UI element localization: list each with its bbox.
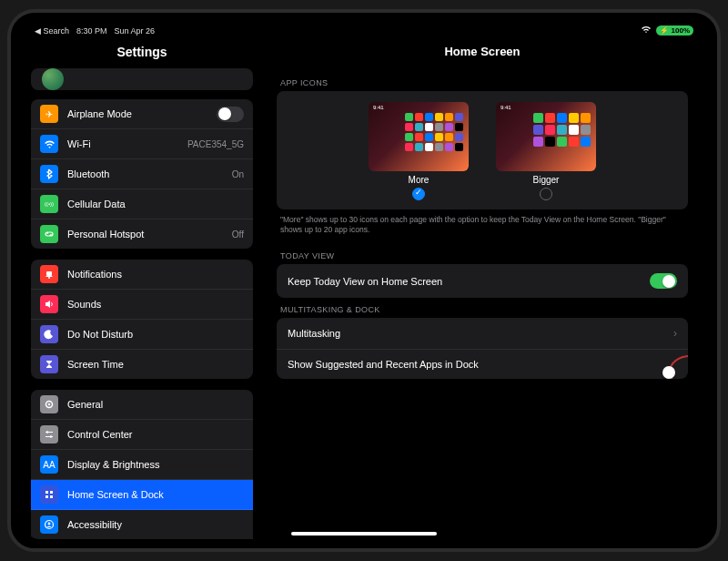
- svg-rect-11: [46, 495, 48, 498]
- svg-rect-1: [46, 276, 53, 277]
- sidebar-item-sounds[interactable]: Sounds: [31, 290, 253, 320]
- sidebar-item-notifications[interactable]: Notifications: [31, 260, 253, 290]
- svg-rect-0: [46, 271, 52, 276]
- wi-fi-value: PACE354_5G: [187, 139, 244, 149]
- sidebar-item-home-screen-dock[interactable]: Home Screen & Dock: [31, 480, 253, 510]
- sidebar-item-label: Airplane Mode: [67, 108, 217, 119]
- cellular-data-icon: ((•)): [40, 195, 58, 213]
- option-radio-more[interactable]: [412, 188, 425, 200]
- screen: ◀ Search 8:30 PM Sun Apr 26 ⚡ 100% Setti…: [24, 22, 704, 539]
- link-icon: [40, 225, 58, 243]
- ipad-frame: ◀ Search 8:30 PM Sun Apr 26 ⚡ 100% Setti…: [7, 9, 721, 552]
- status-bar: ◀ Search 8:30 PM Sun Apr 26 ⚡ 100%: [24, 22, 704, 39]
- chevron-right-icon: ›: [673, 327, 677, 340]
- show-suggested-and-recent-apps-in-dock-label: Show Suggested and Recent Apps in Dock: [288, 359, 479, 370]
- sidebar-item-control-center[interactable]: Control Center: [31, 420, 253, 450]
- sidebar-item-label: Display & Brightness: [67, 459, 244, 470]
- sidebar-item-label: Do Not Disturb: [67, 329, 244, 340]
- sidebar-item-wi-fi[interactable]: Wi-FiPACE354_5G: [31, 129, 253, 159]
- speaker-icon: [40, 295, 58, 313]
- sidebar-item-do-not-disturb[interactable]: Do Not Disturb: [31, 320, 253, 350]
- personal-hotspot-value: Off: [232, 230, 244, 240]
- sidebar-item-display-brightness[interactable]: AADisplay & Brightness: [31, 450, 253, 480]
- avatar-icon: [42, 68, 64, 90]
- hourglass-icon: [40, 355, 58, 373]
- section-header-multitask: MULTITASKING & DOCK: [277, 298, 688, 318]
- app-icons-option-bigger[interactable]: 9:41Bigger: [496, 102, 596, 202]
- sidebar-title: Settings: [24, 39, 260, 68]
- detail-title: Home Screen: [277, 39, 688, 71]
- sidebar-item-label: Personal Hotspot: [67, 229, 232, 240]
- app-icons-option-more[interactable]: 9:41More: [369, 102, 469, 202]
- status-time: 8:30 PM: [76, 26, 107, 36]
- wifi-icon: [641, 26, 652, 36]
- sidebar-item-label: Bluetooth: [67, 168, 232, 179]
- app-icons-helper: "More" shows up to 30 icons on each page…: [277, 209, 688, 244]
- sidebar-item-label: Cellular Data: [67, 199, 244, 209]
- bluetooth-value: On: [232, 169, 244, 179]
- multitasking-label: Multitasking: [288, 328, 340, 339]
- grid-icon: [40, 485, 58, 504]
- airplane-mode-toggle[interactable]: [217, 107, 244, 122]
- sidebar-item-label: Home Screen & Dock: [67, 489, 244, 500]
- profile-row[interactable]: [31, 68, 253, 90]
- home-indicator[interactable]: [291, 532, 437, 536]
- keep-today-view-row[interactable]: Keep Today View on Home Screen: [277, 264, 688, 298]
- airplane-mode-icon: ✈︎: [40, 105, 58, 123]
- moon-icon: [40, 325, 58, 343]
- sidebar-item-screen-time[interactable]: Screen Time: [31, 350, 253, 379]
- keep-today-view-label: Keep Today View on Home Screen: [288, 276, 442, 287]
- show-suggested-and-recent-apps-in-dock-row[interactable]: Show Suggested and Recent Apps in Dock: [277, 350, 688, 379]
- sidebar-item-label: Screen Time: [67, 359, 244, 370]
- person-icon: [40, 515, 58, 534]
- option-label: Bigger: [496, 175, 596, 185]
- detail-pane: Home Screen APP ICONS 9:41More9:41Bigger…: [260, 39, 704, 539]
- section-header-app-icons: APP ICONS: [277, 71, 688, 91]
- display-brightness-icon: AA: [40, 455, 58, 474]
- preview-bigger: 9:41: [496, 102, 596, 171]
- settings-sidebar: Settings ✈︎Airplane ModeWi-FiPACE354_5GB…: [24, 39, 260, 539]
- sidebar-item-label: Accessibility: [67, 519, 244, 530]
- bt-icon: [40, 165, 58, 183]
- sliders-icon: [40, 425, 58, 444]
- svg-point-6: [46, 431, 48, 433]
- wifi-icon: [40, 135, 58, 153]
- battery-pill: ⚡ 100%: [656, 26, 693, 36]
- preview-more: 9:41: [369, 102, 469, 171]
- gear-icon: [40, 395, 58, 413]
- svg-point-14: [48, 523, 51, 525]
- svg-rect-10: [50, 491, 53, 494]
- sidebar-item-cellular-data[interactable]: ((•))Cellular Data: [31, 189, 253, 219]
- sidebar-item-accessibility[interactable]: Accessibility: [31, 510, 253, 539]
- today-view-card: Keep Today View on Home Screen: [277, 264, 688, 298]
- app-icons-card: 9:41More9:41Bigger: [277, 91, 688, 209]
- status-date: Sun Apr 26: [115, 26, 156, 36]
- multitask-card: Multitasking›Show Suggested and Recent A…: [277, 318, 688, 379]
- sidebar-item-label: General: [67, 399, 244, 410]
- svg-point-4: [48, 403, 50, 405]
- keep-today-view-toggle[interactable]: [650, 273, 677, 289]
- sidebar-item-label: Notifications: [67, 269, 244, 280]
- sidebar-item-label: Wi-Fi: [67, 138, 187, 149]
- sidebar-item-general[interactable]: General: [31, 390, 253, 420]
- svg-point-8: [50, 435, 52, 437]
- option-label: More: [369, 175, 469, 185]
- sidebar-item-label: Sounds: [67, 299, 244, 310]
- svg-point-2: [48, 277, 50, 279]
- sidebar-item-personal-hotspot[interactable]: Personal HotspotOff: [31, 219, 253, 249]
- svg-rect-12: [50, 495, 53, 498]
- sidebar-item-bluetooth[interactable]: BluetoothOn: [31, 159, 253, 189]
- bell-icon: [40, 265, 58, 283]
- multitasking-row[interactable]: Multitasking›: [277, 318, 688, 350]
- sidebar-item-label: Control Center: [67, 429, 244, 440]
- back-to-search[interactable]: ◀ Search: [35, 26, 69, 36]
- section-header-today-view: TODAY VIEW: [277, 244, 688, 264]
- sidebar-item-airplane-mode[interactable]: ✈︎Airplane Mode: [31, 99, 253, 129]
- svg-rect-9: [46, 491, 48, 494]
- option-radio-bigger[interactable]: [540, 188, 552, 200]
